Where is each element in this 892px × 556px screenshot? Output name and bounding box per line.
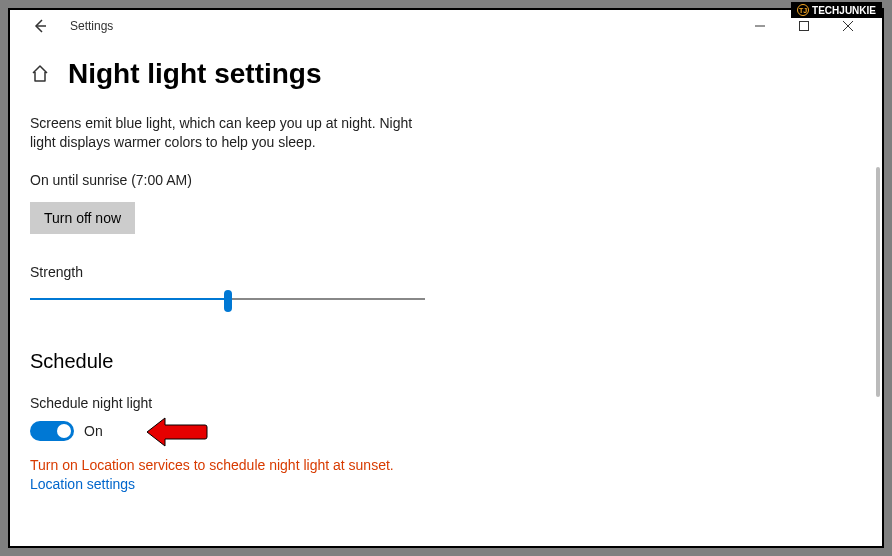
toggle-state-label: On bbox=[84, 423, 103, 439]
location-warning-text: Turn on Location services to schedule ni… bbox=[30, 457, 862, 473]
schedule-heading: Schedule bbox=[30, 350, 862, 373]
schedule-toggle[interactable] bbox=[30, 421, 74, 441]
watermark-text: TECHJUNKIE bbox=[812, 5, 876, 16]
back-button[interactable] bbox=[28, 14, 52, 38]
scrollbar[interactable] bbox=[876, 167, 880, 397]
home-icon[interactable] bbox=[30, 64, 50, 84]
turn-off-button[interactable]: Turn off now bbox=[30, 202, 135, 234]
svg-rect-1 bbox=[800, 22, 809, 31]
location-settings-link[interactable]: Location settings bbox=[30, 476, 135, 492]
toggle-knob bbox=[57, 424, 71, 438]
slider-fill bbox=[30, 298, 228, 300]
description-text: Screens emit blue light, which can keep … bbox=[30, 114, 430, 152]
annotation-arrow-icon bbox=[145, 415, 209, 449]
minimize-button[interactable] bbox=[738, 12, 782, 40]
schedule-label: Schedule night light bbox=[30, 395, 862, 411]
settings-window: TJ TECHJUNKIE Settings Night light setti… bbox=[8, 8, 884, 548]
status-text: On until sunrise (7:00 AM) bbox=[30, 172, 862, 188]
watermark-badge: TJ TECHJUNKIE bbox=[791, 2, 882, 18]
content-area: Night light settings Screens emit blue l… bbox=[10, 42, 882, 546]
strength-label: Strength bbox=[30, 264, 862, 280]
strength-slider[interactable] bbox=[30, 290, 425, 310]
page-title: Night light settings bbox=[68, 58, 322, 90]
window-title: Settings bbox=[70, 19, 113, 33]
titlebar: Settings bbox=[10, 10, 882, 42]
watermark-icon: TJ bbox=[797, 4, 809, 16]
toggle-row: On bbox=[30, 421, 862, 441]
slider-thumb[interactable] bbox=[224, 290, 232, 312]
page-header: Night light settings bbox=[30, 58, 862, 90]
